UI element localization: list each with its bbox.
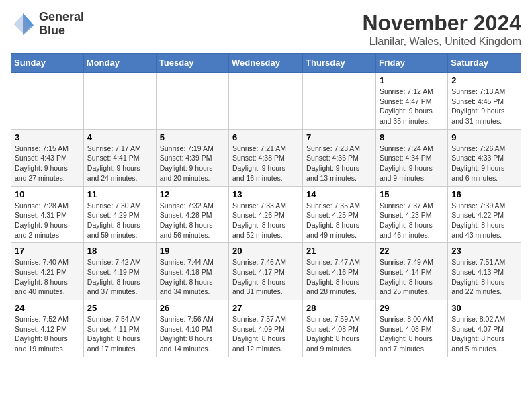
calendar-cell: 12Sunrise: 7:32 AM Sunset: 4:28 PM Dayli… [156, 186, 228, 243]
day-number: 17 [15, 246, 80, 256]
calendar-cell: 13Sunrise: 7:33 AM Sunset: 4:26 PM Dayli… [229, 186, 303, 243]
day-number: 9 [451, 132, 517, 142]
weekday-header: Thursday [303, 54, 376, 73]
day-info: Sunrise: 7:37 AM Sunset: 4:23 PM Dayligh… [380, 201, 444, 240]
day-number: 16 [451, 189, 517, 199]
calendar-cell: 24Sunrise: 7:52 AM Sunset: 4:12 PM Dayli… [11, 300, 84, 357]
day-number: 25 [87, 303, 152, 313]
weekday-header: Sunday [11, 54, 84, 73]
calendar-cell: 25Sunrise: 7:54 AM Sunset: 4:11 PM Dayli… [83, 300, 156, 357]
day-info: Sunrise: 7:12 AM Sunset: 4:47 PM Dayligh… [380, 87, 444, 126]
day-number: 15 [380, 189, 444, 199]
calendar-cell: 18Sunrise: 7:42 AM Sunset: 4:19 PM Dayli… [83, 243, 156, 300]
calendar-cell: 2Sunrise: 7:13 AM Sunset: 4:45 PM Daylig… [448, 73, 521, 130]
day-info: Sunrise: 7:44 AM Sunset: 4:18 PM Dayligh… [160, 257, 225, 297]
calendar-cell: 23Sunrise: 7:51 AM Sunset: 4:13 PM Dayli… [448, 243, 521, 300]
day-info: Sunrise: 7:56 AM Sunset: 4:10 PM Dayligh… [160, 314, 225, 354]
calendar-cell: 28Sunrise: 7:59 AM Sunset: 4:08 PM Dayli… [303, 300, 376, 357]
day-number: 20 [232, 246, 299, 256]
day-number: 11 [87, 189, 152, 199]
calendar-cell: 20Sunrise: 7:46 AM Sunset: 4:17 PM Dayli… [229, 243, 303, 300]
day-info: Sunrise: 7:28 AM Sunset: 4:31 PM Dayligh… [15, 201, 80, 240]
calendar-cell: 3Sunrise: 7:15 AM Sunset: 4:43 PM Daylig… [11, 129, 84, 186]
logo-line2: Blue [39, 24, 84, 38]
calendar-cell: 27Sunrise: 7:57 AM Sunset: 4:09 PM Dayli… [229, 300, 303, 357]
day-number: 26 [160, 303, 225, 313]
day-number: 27 [232, 303, 299, 313]
weekday-header-row: SundayMondayTuesdayWednesdayThursdayFrid… [11, 54, 521, 73]
day-info: Sunrise: 7:49 AM Sunset: 4:14 PM Dayligh… [380, 257, 444, 297]
page-header: General Blue November 2024 Llanilar, Wal… [11, 11, 521, 48]
calendar-cell: 9Sunrise: 7:26 AM Sunset: 4:33 PM Daylig… [448, 129, 521, 186]
calendar-cell: 14Sunrise: 7:35 AM Sunset: 4:25 PM Dayli… [303, 186, 376, 243]
day-info: Sunrise: 7:30 AM Sunset: 4:29 PM Dayligh… [87, 201, 152, 240]
calendar-table: SundayMondayTuesdayWednesdayThursdayFrid… [11, 53, 521, 357]
calendar-cell: 11Sunrise: 7:30 AM Sunset: 4:29 PM Dayli… [83, 186, 156, 243]
day-info: Sunrise: 7:23 AM Sunset: 4:36 PM Dayligh… [306, 144, 372, 183]
day-number: 21 [306, 246, 372, 256]
day-number: 7 [306, 132, 372, 142]
calendar-cell [156, 73, 228, 130]
day-number: 6 [232, 132, 299, 142]
day-number: 10 [15, 189, 80, 199]
day-info: Sunrise: 7:52 AM Sunset: 4:12 PM Dayligh… [15, 314, 80, 354]
day-number: 28 [306, 303, 372, 313]
calendar-week-row: 3Sunrise: 7:15 AM Sunset: 4:43 PM Daylig… [11, 129, 521, 186]
day-info: Sunrise: 7:42 AM Sunset: 4:19 PM Dayligh… [87, 257, 152, 297]
day-number: 23 [451, 246, 517, 256]
day-number: 14 [306, 189, 372, 199]
day-info: Sunrise: 7:47 AM Sunset: 4:16 PM Dayligh… [306, 257, 372, 297]
day-number: 18 [87, 246, 152, 256]
day-number: 22 [380, 246, 444, 256]
day-number: 1 [380, 75, 444, 85]
title-block: November 2024 Llanilar, Wales, United Ki… [362, 11, 521, 48]
logo-text: General Blue [39, 11, 84, 38]
day-number: 8 [380, 132, 444, 142]
day-number: 30 [451, 303, 517, 313]
calendar-cell: 16Sunrise: 7:39 AM Sunset: 4:22 PM Dayli… [448, 186, 521, 243]
calendar-cell: 21Sunrise: 7:47 AM Sunset: 4:16 PM Dayli… [303, 243, 376, 300]
day-info: Sunrise: 8:00 AM Sunset: 4:08 PM Dayligh… [380, 314, 444, 354]
day-info: Sunrise: 8:02 AM Sunset: 4:07 PM Dayligh… [451, 314, 517, 354]
day-number: 12 [160, 189, 225, 199]
logo-icon [11, 12, 35, 36]
day-number: 3 [15, 132, 80, 142]
calendar-cell: 22Sunrise: 7:49 AM Sunset: 4:14 PM Dayli… [375, 243, 447, 300]
weekday-header: Tuesday [156, 54, 228, 73]
calendar-cell: 15Sunrise: 7:37 AM Sunset: 4:23 PM Dayli… [375, 186, 447, 243]
day-info: Sunrise: 7:35 AM Sunset: 4:25 PM Dayligh… [306, 201, 372, 240]
weekday-header: Monday [83, 54, 156, 73]
day-number: 29 [380, 303, 444, 313]
calendar-cell: 1Sunrise: 7:12 AM Sunset: 4:47 PM Daylig… [375, 73, 447, 130]
day-number: 13 [232, 189, 299, 199]
calendar-week-row: 10Sunrise: 7:28 AM Sunset: 4:31 PM Dayli… [11, 186, 521, 243]
calendar-cell: 4Sunrise: 7:17 AM Sunset: 4:41 PM Daylig… [83, 129, 156, 186]
day-info: Sunrise: 7:57 AM Sunset: 4:09 PM Dayligh… [232, 314, 299, 354]
location: Llanilar, Wales, United Kingdom [362, 36, 521, 48]
day-info: Sunrise: 7:24 AM Sunset: 4:34 PM Dayligh… [380, 144, 444, 183]
day-info: Sunrise: 7:54 AM Sunset: 4:11 PM Dayligh… [87, 314, 152, 354]
day-number: 5 [160, 132, 225, 142]
day-number: 24 [15, 303, 80, 313]
calendar-cell: 6Sunrise: 7:21 AM Sunset: 4:38 PM Daylig… [229, 129, 303, 186]
calendar-cell: 26Sunrise: 7:56 AM Sunset: 4:10 PM Dayli… [156, 300, 228, 357]
weekday-header: Friday [375, 54, 447, 73]
day-info: Sunrise: 7:26 AM Sunset: 4:33 PM Dayligh… [451, 144, 517, 183]
day-info: Sunrise: 7:33 AM Sunset: 4:26 PM Dayligh… [232, 201, 299, 240]
day-info: Sunrise: 7:19 AM Sunset: 4:39 PM Dayligh… [160, 144, 225, 183]
day-info: Sunrise: 7:13 AM Sunset: 4:45 PM Dayligh… [451, 87, 517, 126]
day-info: Sunrise: 7:51 AM Sunset: 4:13 PM Dayligh… [451, 257, 517, 297]
calendar-cell: 19Sunrise: 7:44 AM Sunset: 4:18 PM Dayli… [156, 243, 228, 300]
calendar-cell: 17Sunrise: 7:40 AM Sunset: 4:21 PM Dayli… [11, 243, 84, 300]
day-number: 2 [451, 75, 517, 85]
day-info: Sunrise: 7:39 AM Sunset: 4:22 PM Dayligh… [451, 201, 517, 240]
day-info: Sunrise: 7:32 AM Sunset: 4:28 PM Dayligh… [160, 201, 225, 240]
calendar-cell: 8Sunrise: 7:24 AM Sunset: 4:34 PM Daylig… [375, 129, 447, 186]
calendar-cell [303, 73, 376, 130]
day-info: Sunrise: 7:40 AM Sunset: 4:21 PM Dayligh… [15, 257, 80, 297]
calendar-cell [229, 73, 303, 130]
calendar-week-row: 1Sunrise: 7:12 AM Sunset: 4:47 PM Daylig… [11, 73, 521, 130]
day-info: Sunrise: 7:17 AM Sunset: 4:41 PM Dayligh… [87, 144, 152, 183]
calendar-week-row: 24Sunrise: 7:52 AM Sunset: 4:12 PM Dayli… [11, 300, 521, 357]
calendar-cell: 5Sunrise: 7:19 AM Sunset: 4:39 PM Daylig… [156, 129, 228, 186]
